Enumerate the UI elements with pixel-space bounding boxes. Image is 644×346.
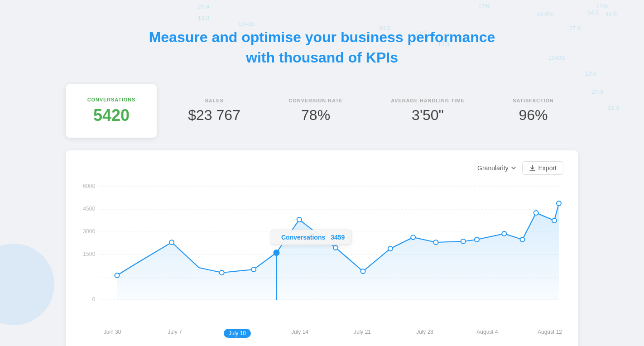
headline-title: Measure and optimise your business perfo… [149, 27, 495, 68]
kpi-handling: AVERAGE HANDLING TIME 3'50" [375, 98, 481, 124]
kpi-sales-value: $23 767 [188, 107, 240, 124]
kpi-satisfaction: SATISFACTION 96% [496, 98, 570, 124]
kpi-conversion-value: 78% [301, 107, 330, 124]
data-point [360, 269, 365, 274]
data-point [388, 246, 393, 251]
kpi-handling-label: AVERAGE HANDLING TIME [391, 98, 465, 103]
kpi-group: SALES $23 767 CONVERSION RATE 78% AVERAG… [164, 84, 578, 138]
data-point [411, 235, 415, 240]
svg-text:0: 0 [92, 296, 95, 303]
export-label: Export [538, 164, 557, 172]
data-point [251, 267, 256, 272]
svg-text:6000: 6000 [83, 183, 95, 189]
data-point [475, 237, 479, 242]
data-point [552, 218, 557, 223]
data-point [297, 217, 302, 222]
kpi-sales: SALES $23 767 [172, 98, 257, 124]
kpi-conversations-value: 5420 [93, 106, 130, 125]
chevron-down-icon [510, 165, 517, 171]
data-point [220, 270, 224, 275]
x-label-jul14: July 14 [286, 329, 313, 338]
chart-area: 6000 4500 3000 1500 0 [81, 182, 563, 327]
download-icon [529, 164, 536, 171]
kpi-handling-value: 3'50" [412, 107, 444, 124]
data-point [461, 239, 466, 244]
kpi-conversations-card: CONVERSATIONS 5420 [66, 84, 157, 138]
data-point [534, 211, 538, 215]
kpi-sales-label: SALES [205, 98, 224, 103]
chart-card: Granularity Export [66, 150, 578, 346]
svg-text:3000: 3000 [83, 228, 95, 235]
kpi-satisfaction-label: SATISFACTION [513, 98, 553, 103]
x-label-jun30: Juin 30 [99, 329, 126, 338]
kpi-conversion-label: CONVERSION RATE [288, 98, 342, 103]
x-axis: Juin 30 July 7 July 10 July 14 July 21 J… [81, 327, 563, 338]
granularity-label: Granularity [477, 164, 508, 172]
kpi-row: CONVERSATIONS 5420 SALES $23 767 CONVERS… [66, 84, 578, 138]
data-point [502, 231, 506, 236]
area-fill [117, 203, 558, 300]
data-point [333, 245, 338, 250]
data-point [520, 237, 524, 242]
x-label-jul7: July 7 [161, 329, 188, 338]
headline: Measure and optimise your business perfo… [149, 27, 495, 68]
kpi-satisfaction-value: 96% [519, 107, 548, 124]
x-label-aug12: August 12 [536, 329, 563, 338]
x-label-jul10: July 10 [224, 329, 251, 338]
x-label-jul28: July 28 [411, 329, 438, 338]
svg-text:4500: 4500 [83, 206, 95, 212]
chart-toolbar: Granularity Export [81, 161, 563, 175]
main-content: Measure and optimise your business perfo… [0, 0, 644, 346]
kpi-conversations-label: CONVERSATIONS [87, 97, 136, 102]
x-label-jul21: July 21 [349, 329, 376, 338]
granularity-button[interactable]: Granularity [477, 164, 516, 172]
export-button[interactable]: Export [522, 161, 563, 175]
line-chart-svg: 6000 4500 3000 1500 0 [81, 182, 563, 318]
x-label-aug4: August 4 [474, 329, 501, 338]
svg-text:1500: 1500 [83, 251, 95, 257]
kpi-conversion: CONVERSION RATE 78% [272, 98, 359, 124]
data-point [169, 240, 174, 245]
data-point [557, 201, 561, 206]
data-point [115, 273, 119, 278]
data-point [433, 240, 438, 245]
